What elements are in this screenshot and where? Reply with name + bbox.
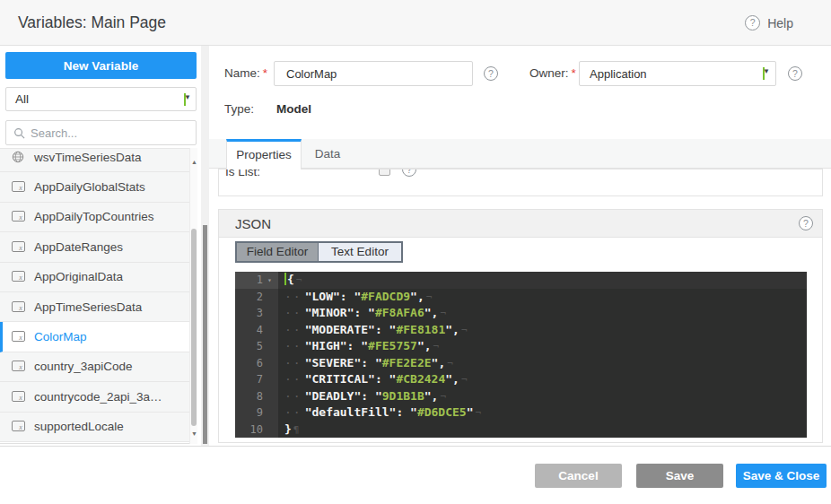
type-label: Type: (224, 102, 254, 116)
model-variable-icon: x (12, 331, 25, 343)
json-key: MODERATE (311, 323, 368, 336)
variable-list-item[interactable]: wsvTimeSeriesData (0, 148, 189, 172)
code-line[interactable]: ··"defaultFill": "#D6DCE5"¬ (278, 404, 807, 421)
help-icon: ? (745, 15, 760, 30)
variable-detail-panel: Name:* ? Owner:* Application ▼ ? Type: M… (209, 46, 831, 446)
code-line[interactable]: ··"LOW": "#FADCD9",¬ (278, 289, 807, 306)
variable-list-item[interactable]: xsupportedLocale (0, 413, 189, 442)
variable-search-box (5, 120, 197, 145)
svg-text:x: x (18, 244, 22, 252)
variable-list-item[interactable]: xcountrycode_2api_3a… (0, 382, 189, 412)
code-line[interactable]: ··"CRITICAL": "#CB2424",¬ (278, 371, 807, 388)
field-editor-toggle[interactable]: Field Editor (237, 243, 319, 261)
dropdown-caret-icon: ▼ (184, 93, 186, 106)
line-number: 8 (235, 388, 278, 405)
whitespace-dots: ·· (284, 339, 302, 352)
variables-sidebar: New Variable All ▼ wsvTimeSeriesDataxApp… (0, 46, 197, 446)
new-variable-button[interactable]: New Variable (5, 52, 197, 79)
line-number: 7 (235, 371, 278, 388)
help-label: Help (767, 16, 793, 30)
code-line[interactable]: ··"HIGH": "#FE5757",¬ (278, 338, 807, 355)
scroll-down-icon[interactable]: ▼ (190, 430, 198, 437)
json-key: HIGH (311, 339, 339, 352)
scrollbar-thumb[interactable] (191, 229, 197, 426)
json-code-editor[interactable]: 1▾2345678910 {¬··"LOW": "#FADCD9",¬··"MI… (235, 272, 807, 438)
variable-list-scrollbar[interactable]: ▲ ▼ (189, 148, 197, 444)
dropdown-caret-icon: ▼ (763, 67, 765, 80)
json-value: #FADCD9 (361, 290, 410, 303)
json-value: #F8AFA6 (375, 306, 424, 319)
end-of-line-mark: ¬ (447, 358, 453, 369)
search-icon (13, 127, 25, 139)
code-line[interactable]: ··"DEADLY": "9D1B1B",¬ (278, 388, 807, 405)
code-line[interactable]: ··"MINOR": "#F8AFA6",¬ (278, 305, 807, 322)
svg-text:x: x (18, 184, 22, 192)
tab-data[interactable]: Data (302, 139, 353, 169)
json-key: DEADLY (311, 389, 354, 403)
variable-name: wsvTimeSeriesData (34, 151, 142, 164)
whitespace-dots: ·· (284, 306, 302, 319)
code-line[interactable]: {¬ (278, 272, 807, 289)
page-title: Variables: Main Page (18, 0, 166, 46)
text-caret (284, 273, 286, 285)
text-editor-toggle[interactable]: Text Editor (319, 243, 401, 261)
variables-dialog: Variables: Main Page ? Help New Variable… (0, 0, 831, 504)
editor-gutter: 1▾2345678910 (235, 272, 278, 438)
variable-list-item[interactable]: xAppDateRanges (0, 232, 189, 262)
model-variable-icon: x (12, 241, 25, 253)
variable-list-item[interactable]: xAppDailyTopCountries (0, 203, 189, 232)
owner-help-icon[interactable]: ? (788, 66, 802, 81)
end-of-line-mark: ¬ (461, 325, 468, 336)
main-scrollbar[interactable] (201, 46, 209, 446)
owner-dropdown[interactable]: Application ▼ (579, 61, 776, 86)
is-list-help-icon[interactable]: ? (402, 169, 416, 177)
line-number: 10 (235, 421, 278, 439)
code-line[interactable]: }¶ (278, 421, 807, 439)
code-line[interactable]: ··"SEVERE": "#FE2E2E",¬ (278, 355, 807, 372)
code-line[interactable]: ··"MODERATE": "#FE8181",¬ (278, 322, 807, 339)
json-panel: JSON ? Field Editor Text Editor 1▾234567… (218, 209, 823, 443)
cancel-button[interactable]: Cancel (535, 464, 622, 488)
json-key: defaultFill (311, 405, 389, 419)
line-number: 6 (235, 355, 278, 372)
json-key: LOW (311, 290, 332, 303)
variable-list-item[interactable]: xcountry_3apiCode (0, 352, 189, 382)
svg-text:x: x (18, 363, 22, 371)
name-help-icon[interactable]: ? (484, 66, 498, 81)
svg-text:x: x (18, 394, 22, 402)
variable-list-item[interactable]: xAppDailyGlobalStats (0, 172, 189, 202)
save-button[interactable]: Save (636, 464, 723, 488)
json-panel-header: JSON ? (219, 210, 822, 238)
main-scrollbar-thumb[interactable] (203, 225, 207, 444)
variable-name: country_3apiCode (34, 360, 133, 373)
name-field[interactable] (274, 61, 473, 86)
variable-name: countrycode_2api_3a… (34, 390, 162, 404)
whitespace-dots: ·· (284, 372, 302, 386)
owner-label: Owner:* (529, 61, 576, 86)
variable-list-item[interactable]: xColorMap (0, 322, 189, 352)
save-and-close-button[interactable]: Save & Close (736, 464, 827, 488)
help-button[interactable]: ? Help (745, 0, 793, 46)
json-title: JSON (235, 210, 271, 238)
is-list-checkbox[interactable] (379, 169, 390, 176)
whitespace-dots: ·· (284, 290, 302, 303)
variable-list-item[interactable]: xAppOriginalData (0, 263, 189, 292)
model-variable-icon: x (12, 211, 25, 222)
variable-type-filter-dropdown[interactable]: All ▼ (5, 87, 197, 111)
scroll-up-icon[interactable]: ▲ (190, 159, 198, 165)
json-help-icon[interactable]: ? (799, 216, 813, 230)
properties-panel: Is List: ? (218, 169, 823, 196)
variable-list-item[interactable]: xAppTimeSeriesData (0, 292, 189, 322)
model-variable-icon: x (12, 421, 25, 432)
line-number: 9 (235, 404, 278, 421)
variable-name: AppDailyTopCountries (34, 210, 154, 223)
search-input[interactable] (31, 126, 188, 140)
svg-text:x: x (18, 304, 22, 312)
required-asterisk: * (263, 66, 267, 80)
json-key: CRITICAL (311, 372, 368, 386)
fold-arrow-icon[interactable]: ▾ (263, 276, 276, 284)
tab-properties[interactable]: Properties (226, 139, 302, 169)
editor-mode-toggle: Field Editor Text Editor (235, 241, 403, 263)
end-of-line-mark: ¶ (293, 424, 300, 436)
model-variable-icon: x (12, 181, 25, 193)
